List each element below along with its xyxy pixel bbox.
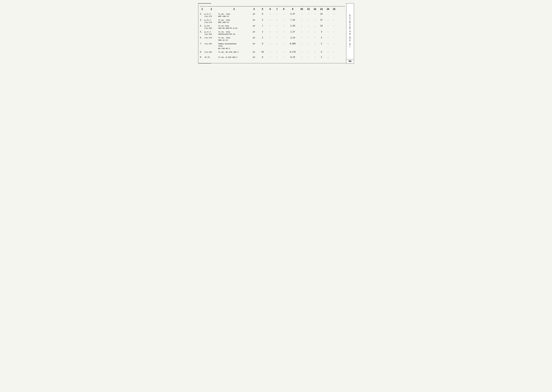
column-headers-row: I 2 3 4 5 6 7 8 9 IO II I2 I3 I4 I5 [200,7,345,12]
row-unit: шт [250,56,259,58]
header-col5: 5 [259,8,267,10]
row-c10: - [298,51,305,53]
row-ref: Ц.IчУ стр.I82 [204,25,218,29]
main-content-area: I 2 3 4 5 6 7 8 9 IO II I2 I3 I4 I5 2 [198,3,346,63]
row-c14: - [325,31,331,33]
row-c6: - [267,13,274,15]
table-row: 3. Ц.Iч.У стр.I76 То же, типа ШПР-200-У2… [200,18,345,24]
row-unit: шт [250,43,259,45]
header-col12: I2 [312,8,318,10]
table-row: 5. Ц.Iч.У стр.I82 То же, типа НПО20х100/… [200,30,345,36]
row-total: 37 [318,19,325,21]
row-num: 8. [200,51,204,53]
row-c14: - [325,13,331,15]
row-c8: - [280,51,287,53]
row-c7: - [274,43,280,45]
row-c12: - [312,31,318,33]
row-c15: - [331,37,337,39]
row-c8: - [280,43,287,45]
row-c11: - [305,13,312,15]
row-unit: шт [250,13,259,15]
row-c10: - [298,56,305,58]
row-c14: - [325,37,331,39]
row-total: I8 [318,25,325,27]
sidebar-line3: № 252-4-30 [349,21,351,32]
dashed-separator [200,6,345,7]
row-unit: шт [250,19,259,21]
row-desc: Лампы накаливания типа БК-230-60-I [218,43,250,50]
row-c10: - [298,25,305,27]
row-c12: - [312,13,318,15]
row-c14: - [325,51,331,53]
row-c6: - [267,19,274,21]
header-col9: 9 [287,8,298,10]
row-c7: - [274,13,280,15]
row-c10: - [298,13,305,15]
table-row: 7. стр.I9I Лампы накаливания типа БК-230… [200,42,345,50]
row-c11: - [305,51,312,53]
row-qty: 8 [259,43,267,45]
row-desc: То же, типа ШПР-200-У2 [218,19,250,24]
row-c15: - [331,13,337,15]
page-wrapper: I 2 3 4 5 6 7 8 9 IO II I2 I3 I4 I5 2 [198,3,354,63]
row-desc: То же, Б-230-200-I [218,56,250,58]
row-qty: 5 [259,19,267,21]
row-c6: - [267,31,274,33]
sidebar-text: Г.пр. IX Ам. пр. № 252-4-30 T.II.84 [349,3,351,59]
row-qty: I [259,37,267,39]
data-rows: 2. Ц.Iч.У стр.I76 То же, типа ШПР-100-У2… [200,12,345,61]
row-price: 0,099 [287,43,298,45]
row-num: 2. [200,13,204,15]
row-desc: То же, типа РВО-42-У2 [218,37,250,41]
row-c12: - [312,51,318,53]
row-c14: - [325,43,331,45]
page-number: 59 [346,59,354,63]
header-col14: I4 [325,8,331,10]
row-ref: I5-I5 [204,56,218,58]
row-c6: - [267,56,274,58]
row-num: 7. [200,43,204,45]
table-row: 8. стр.I92 То же, БК-230.100-I шт 28 - -… [200,50,345,56]
right-sidebar: Г.пр. IX Ам. пр. № 252-4-30 T.II.84 59 [346,3,354,63]
row-c14: - [325,25,331,27]
row-c6: - [267,25,274,27]
sidebar-line1: Г.пр. IX [349,39,351,47]
header-col3: 3 [218,8,250,11]
row-ref: стр.I75 [204,37,218,39]
row-c6: - [267,43,274,45]
header-col1: I [200,8,204,10]
row-c6: - [267,37,274,39]
row-qty: 2 [259,31,267,33]
row-c15: - [331,56,337,58]
row-num: 9. [200,56,204,58]
header-col2: 2 [204,8,218,11]
row-total: I [318,43,325,45]
row-unit: шт [250,51,259,53]
row-c8: - [280,25,287,27]
row-c7: - [274,37,280,39]
row-c12: - [312,37,318,39]
row-price: 0,I78 [287,51,298,53]
row-ref: Ц.Iч.У стр.I82 [204,31,218,35]
header-col6: 6 [267,8,274,10]
header-col10: IO [298,8,305,10]
row-num: 6. [200,37,204,39]
row-c15: - [331,25,337,27]
row-c11: - [305,31,312,33]
row-num: 3. [200,19,204,21]
row-unit: шт [250,37,259,39]
header-col4: 4 [250,8,259,10]
row-c7: - [274,51,280,53]
table-row: 4. Ц.IчУ стр.I82 То же типа Н50-05-Л60/Р… [200,24,345,30]
row-ref: Ц.Iч.У стр.I76 [204,13,218,18]
row-c8: - [280,56,287,58]
row-desc: То же, БК-230.100-I [218,51,250,53]
row-c8: - [280,13,287,15]
row-c12: - [312,56,318,58]
table-row: 2. Ц.Iч.У стр.I76 То же, типа ШПР-100-У2… [200,12,345,18]
row-c10: - [298,19,305,21]
row-total: 33 [318,13,325,15]
row-c11: - [305,25,312,27]
header-col15: I5 [331,8,337,10]
row-c12: - [312,43,318,45]
